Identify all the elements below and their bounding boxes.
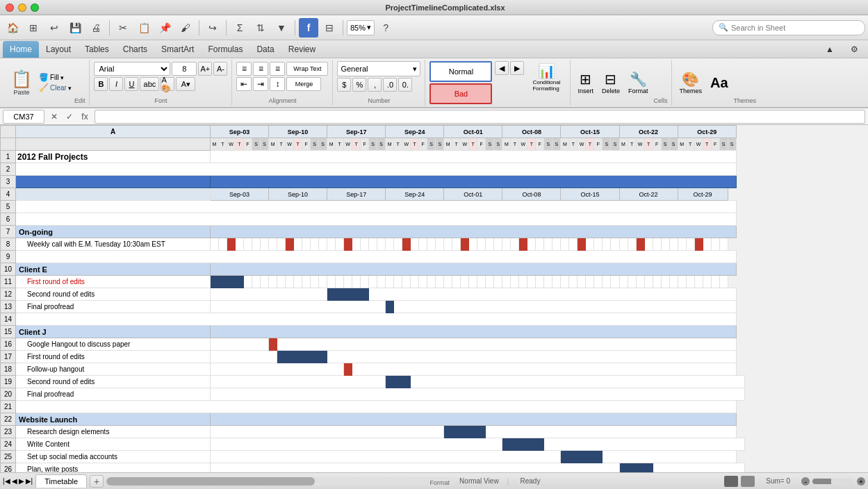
add-sheet-button[interactable]: + <box>90 475 104 488</box>
window-controls[interactable] <box>6 3 39 12</box>
clientj-header[interactable]: Client J <box>16 326 211 338</box>
zoom-dropdown-icon[interactable]: ▾ <box>367 23 371 32</box>
zoom-box[interactable]: 85% ▾ <box>347 20 375 35</box>
nav-arrows[interactable]: |◀ ◀ ▶ ▶| <box>3 477 33 485</box>
menu-layout[interactable]: Layout <box>39 41 78 58</box>
clear-label[interactable]: Clear <box>50 84 67 92</box>
search-box[interactable]: 🔍 <box>712 20 865 35</box>
task-firstedi-j[interactable]: First round of edits <box>16 351 211 363</box>
bad-cell[interactable]: Bad <box>429 83 492 104</box>
cut-icon[interactable]: ✂ <box>113 18 133 38</box>
align-left-btn[interactable]: ≡ <box>236 62 252 76</box>
close-button[interactable] <box>6 3 14 12</box>
menu-smartart[interactable]: SmartArt <box>154 41 201 58</box>
align-indent-left[interactable]: ⇤ <box>236 77 252 91</box>
cancel-formula-btn[interactable]: ✕ <box>47 110 61 124</box>
confirm-formula-btn[interactable]: ✓ <box>63 110 76 124</box>
menu-data[interactable]: Data <box>249 41 281 58</box>
normal-cell[interactable]: Normal <box>429 61 492 82</box>
maximize-button[interactable] <box>31 3 39 12</box>
minimize-button[interactable] <box>18 3 26 12</box>
font-size-increase[interactable]: A+ <box>198 62 212 76</box>
menu-charts[interactable]: Charts <box>116 41 154 58</box>
format-next-btn[interactable]: ▶ <box>510 61 524 75</box>
col-header-a[interactable]: A <box>16 126 211 138</box>
strikethrough-button[interactable]: abc <box>140 77 159 91</box>
underline-button[interactable]: U <box>124 77 138 91</box>
aa-btn[interactable]: Aa <box>707 74 731 92</box>
percent-btn[interactable]: % <box>352 78 366 92</box>
task-firstedit-e[interactable]: First round of edits <box>16 276 211 288</box>
sheet-icon[interactable]: ⊟ <box>320 18 339 38</box>
sigma-icon[interactable]: Σ <box>230 18 249 38</box>
print-icon[interactable]: 🖨 <box>86 18 106 38</box>
zoom-control[interactable]: - + <box>801 477 865 486</box>
home-icon[interactable]: 🏠 <box>3 18 22 38</box>
font-size-input[interactable] <box>172 62 197 76</box>
nav-first[interactable]: |◀ <box>3 477 10 485</box>
menu-formulas[interactable]: Formulas <box>201 41 249 58</box>
copy-icon[interactable]: 📋 <box>134 18 154 38</box>
paste-icon[interactable]: 📌 <box>155 18 174 38</box>
task-weeklycall[interactable]: Weekly call with E.M. Tuesday 10:30am ES… <box>16 238 211 251</box>
task-secondedit-j[interactable]: Second round of edits <box>16 376 211 388</box>
sort-icon[interactable]: ⇅ <box>251 18 270 38</box>
fx-btn[interactable]: fx <box>78 110 92 124</box>
number-format-dropdown[interactable]: General ▾ <box>337 61 420 76</box>
align-indent-right[interactable]: ⇥ <box>253 77 268 91</box>
task-socialmedia[interactable]: Set up social media accounts <box>16 451 211 463</box>
merge-btn[interactable]: Merge <box>286 77 321 91</box>
task-followup-j[interactable]: Follow-up hangout <box>16 363 211 376</box>
function-icon[interactable]: f <box>299 18 318 38</box>
menu-options[interactable]: ⚙ <box>844 41 865 58</box>
currency-btn[interactable]: $ <box>337 78 351 92</box>
wrap-text-btn[interactable]: Wrap Text <box>286 62 328 76</box>
filter-icon[interactable]: ▼ <box>272 18 291 38</box>
menu-review[interactable]: Review <box>281 41 322 58</box>
themes-btn[interactable]: 🎨 Themes <box>676 69 705 96</box>
font-family-select[interactable]: Arial <box>94 62 170 76</box>
brush-icon[interactable]: 🖌 <box>176 18 195 38</box>
redo-icon[interactable]: ↪ <box>203 18 222 38</box>
bold-button[interactable]: B <box>94 77 108 91</box>
paste-button[interactable]: 📋 Paste <box>7 68 36 97</box>
undo-icon[interactable]: ↩ <box>44 18 64 38</box>
task-googlehangout[interactable]: Google Hangout to discuss paper <box>16 338 211 351</box>
align-vertical[interactable]: ↕ <box>270 77 285 91</box>
websitelaunch-header[interactable]: Website Launch <box>16 413 211 426</box>
ongoing-header[interactable]: On-going <box>16 226 211 238</box>
zoom-in-icon[interactable]: + <box>857 477 865 486</box>
cliente-header[interactable]: Client E <box>16 263 211 276</box>
task-finalproof-e[interactable]: Final proofread <box>16 301 211 313</box>
fill-color-btn[interactable]: A🎨 <box>161 77 174 91</box>
help-icon[interactable]: ? <box>376 18 395 38</box>
menu-expand[interactable]: ▲ <box>819 41 841 58</box>
align-center-btn[interactable]: ≡ <box>253 62 268 76</box>
task-secondedit-e[interactable]: Second round of edits <box>16 288 211 301</box>
fill-dropdown[interactable]: ▾ <box>60 74 64 81</box>
task-finalproof-j[interactable]: Final proofread <box>16 388 211 401</box>
decimal-increase-btn[interactable]: .0 <box>383 78 397 92</box>
menu-home[interactable]: Home <box>3 41 39 58</box>
grid-scroll-area[interactable]: A Sep-03 Sep-10 Sep-17 Sep-24 Oct-01 Oct… <box>0 125 868 472</box>
font-size-decrease[interactable]: A- <box>213 62 227 76</box>
clear-dropdown[interactable]: ▾ <box>68 85 72 92</box>
grid-icon[interactable]: ⊞ <box>24 18 43 38</box>
format-btn[interactable]: 🔧 Format <box>625 69 651 96</box>
decimal-decrease-btn[interactable]: 0. <box>398 78 412 92</box>
normal-view-icon[interactable] <box>724 476 738 487</box>
font-color-btn[interactable]: A▾ <box>176 77 195 91</box>
cell-a1[interactable]: 2012 Fall Projects <box>16 151 211 163</box>
formula-input[interactable] <box>95 110 865 124</box>
insert-btn[interactable]: ⊞ Insert <box>575 69 596 96</box>
conditional-formatting-btn[interactable]: 📊 ConditionalFormatting <box>527 61 566 93</box>
task-writecontent[interactable]: Write Content <box>16 438 211 451</box>
cell-reference-input[interactable] <box>3 110 44 124</box>
comma-btn[interactable]: , <box>368 78 382 92</box>
italic-button[interactable]: I <box>109 77 123 91</box>
save-icon[interactable]: 💾 <box>65 18 85 38</box>
format-prev-btn[interactable]: ◀ <box>495 61 509 75</box>
search-input[interactable] <box>731 24 859 32</box>
horizontal-scrollbar[interactable] <box>106 477 454 486</box>
nav-last[interactable]: ▶| <box>26 477 33 485</box>
